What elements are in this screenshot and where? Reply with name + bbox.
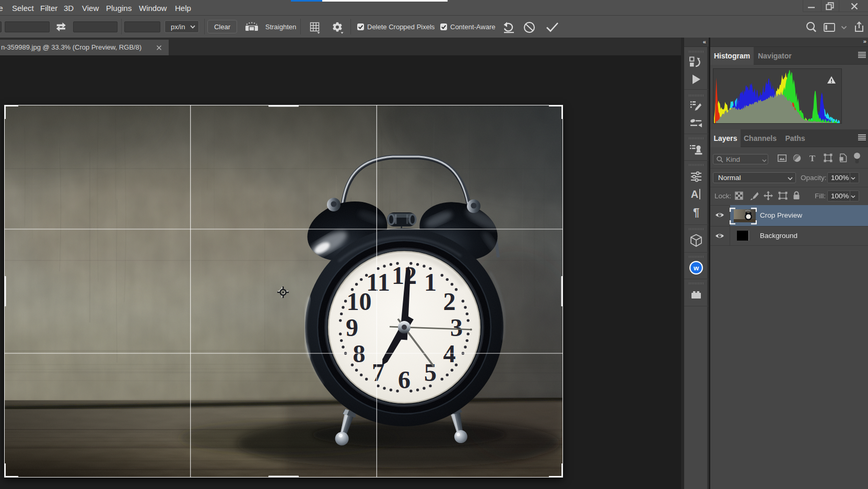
svg-text:A: A [691,188,698,200]
svg-text:w: w [693,264,699,272]
svg-text:T: T [810,154,816,162]
svg-text:¶: ¶ [693,206,699,218]
